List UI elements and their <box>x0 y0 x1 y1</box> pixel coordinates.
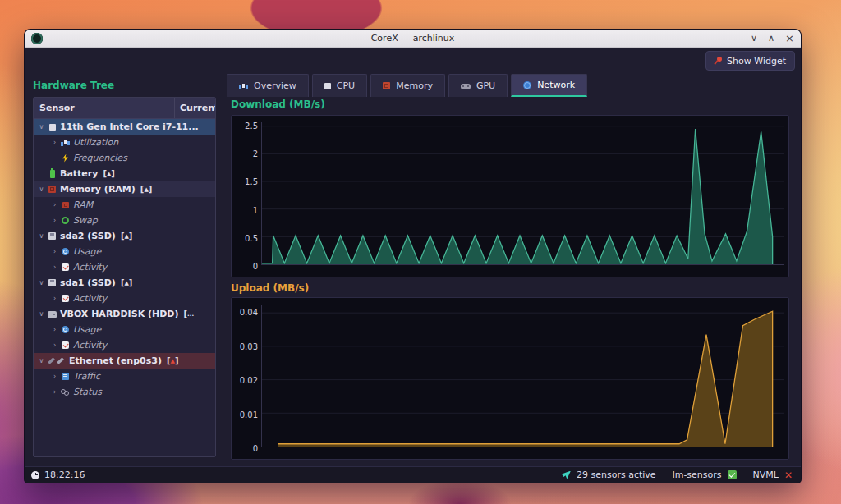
tab-gpu[interactable]: GPU <box>448 74 508 97</box>
y-axis-tick-label: 0.01 <box>233 410 258 419</box>
tree-row-label: Usage <box>73 246 101 257</box>
chevron-right-icon[interactable]: › <box>50 248 59 255</box>
target-icon <box>62 248 69 255</box>
show-widget-button[interactable]: Show Widget <box>705 51 795 71</box>
titlebar[interactable]: CoreX — archlinux ∨ ∧ × <box>25 30 801 48</box>
window-content: Show Widget Hardware Tree Sensor Current… <box>25 48 801 466</box>
chevron-right-icon[interactable]: › <box>50 295 59 302</box>
tab-label: CPU <box>337 80 355 91</box>
y-axis-tick-label: 1.5 <box>233 177 258 186</box>
tree-row-label: Battery <box>60 168 98 179</box>
chevron-down-icon[interactable]: ∨ <box>37 123 46 131</box>
tree-row-label: sda2 (SSD) <box>60 231 116 241</box>
alert-badge: [▲] <box>103 169 115 178</box>
memtab-icon <box>383 82 390 89</box>
tree-row-label: sda1 (SSD) <box>60 277 116 288</box>
tree-row-label: RAM <box>73 199 93 210</box>
chevron-down-icon[interactable]: ∨ <box>37 232 46 240</box>
column-header-sensor[interactable]: Sensor <box>34 98 174 118</box>
tree-header: Sensor Current <box>34 98 215 119</box>
tree-row-status[interactable]: ›Status <box>34 384 215 400</box>
tree-row-label: Activity <box>73 262 107 273</box>
status-time: 18:22:16 <box>44 470 85 480</box>
tree-row-usage[interactable]: ›Usage <box>34 244 215 259</box>
tree-row-activity[interactable]: ›Activity <box>34 259 215 275</box>
chevron-right-icon[interactable]: › <box>50 341 59 349</box>
chevron-right-icon[interactable]: › <box>50 388 59 396</box>
chevron-right-icon[interactable]: › <box>50 373 59 380</box>
tab-cpu[interactable]: CPU <box>312 74 367 97</box>
tree-row-11th-gen-intel-core-i7-11[interactable]: ∨11th Gen Intel Core i7-11... <box>34 119 215 135</box>
upload-chart-svg <box>262 305 784 447</box>
y-axis-tick-label: 0.02 <box>233 376 258 385</box>
download-plot-area <box>261 122 784 265</box>
tree-row-memory-ram[interactable]: ∨Memory (RAM)[▲] <box>34 181 215 197</box>
hardware-tree-title: Hardware Tree <box>33 80 114 91</box>
tree-row-frequencies[interactable]: Frequencies <box>34 150 215 166</box>
maximize-button[interactable]: ∧ <box>768 30 774 48</box>
lm-sensors-ok-icon <box>728 470 737 479</box>
lm-sensors-label: lm-sensors <box>673 470 722 480</box>
tree-row-sda1-ssd[interactable]: ∨sda1 (SSD)[▲] <box>34 275 215 291</box>
chevron-down-icon[interactable]: ∨ <box>37 279 46 286</box>
chevron-right-icon[interactable]: › <box>50 217 59 224</box>
tree-row-label: Usage <box>73 324 101 335</box>
tree-row-traffic[interactable]: ›Traffic <box>34 369 215 384</box>
tree-row-utilization[interactable]: ›Utilization <box>34 135 215 150</box>
upload-chart-title: Upload (MB/s) <box>231 282 309 294</box>
chevron-down-icon[interactable]: ∨ <box>37 357 46 364</box>
chevron-down-icon[interactable]: ∨ <box>37 310 46 318</box>
sensors-active-text: 29 sensors active <box>577 470 656 480</box>
tree-row-vbox-harddisk-hdd[interactable]: ∨VBOX HARDDISK (HDD)[... <box>34 306 215 322</box>
tree-row-label: Frequencies <box>73 153 127 163</box>
column-header-current[interactable]: Current <box>174 98 215 118</box>
target-icon <box>62 326 69 333</box>
activity-icon <box>62 295 69 302</box>
globe-icon <box>523 81 531 89</box>
chevron-right-icon[interactable]: › <box>50 263 59 271</box>
memgrid-icon <box>48 186 56 193</box>
tab-bar: OverviewCPUMemoryGPUNetwork <box>227 74 587 97</box>
tree-row-activity[interactable]: ›Activity <box>34 291 215 306</box>
chevron-right-icon[interactable]: › <box>50 139 59 146</box>
tree-row-battery[interactable]: Battery[▲] <box>34 166 215 181</box>
tree-row-label: Ethernet (enp0s3) <box>69 355 162 366</box>
y-axis-tick-label: 0 <box>233 262 258 271</box>
download-chart-title: Download (MB/s) <box>231 99 325 110</box>
minimize-button[interactable]: ∨ <box>751 30 757 48</box>
download-chart: 00.511.522.5 <box>231 115 789 277</box>
tab-overview[interactable]: Overview <box>227 74 309 97</box>
ram-icon <box>62 202 69 208</box>
tree-row-label: Status <box>73 387 102 397</box>
close-button[interactable]: × <box>785 30 794 48</box>
tab-memory[interactable]: Memory <box>370 74 445 97</box>
hardware-tree-panel: Sensor Current ∨11th Gen Intel Core i7-1… <box>33 97 216 457</box>
tree-row-label: Swap <box>73 215 98 226</box>
tree-row-usage[interactable]: ›Usage <box>34 322 215 337</box>
y-axis-tick-label: 0.03 <box>233 342 258 351</box>
y-axis-tick-label: 0.04 <box>233 308 258 317</box>
bars-icon <box>239 82 248 89</box>
download-chart-svg <box>262 122 784 264</box>
app-window: CoreX — archlinux ∨ ∧ × Show Widget Hard… <box>25 30 801 483</box>
gpu-icon <box>461 84 471 89</box>
sensor-icon <box>562 471 571 479</box>
tree-row-swap[interactable]: ›Swap <box>34 213 215 228</box>
tree-row-sda2-ssd[interactable]: ∨sda2 (SSD)[▲] <box>34 228 215 244</box>
tree-row-ethernet-enp0s3[interactable]: ∨Ethernet (enp0s3)[▲] <box>34 353 215 369</box>
link-icon <box>61 388 70 396</box>
tab-label: GPU <box>476 80 495 91</box>
tree-row-label: VBOX HARDDISK (HDD) <box>60 309 179 319</box>
tree-row-activity[interactable]: ›Activity <box>34 337 215 353</box>
tree-row-ram[interactable]: ›RAM <box>34 197 215 213</box>
tab-network[interactable]: Network <box>511 74 587 97</box>
tree-body: ∨11th Gen Intel Core i7-11...›Utilizatio… <box>34 119 215 456</box>
upload-plot-area <box>261 305 784 447</box>
y-axis-tick-label: 0 <box>233 444 258 453</box>
chevron-down-icon[interactable]: ∨ <box>37 186 46 193</box>
chevron-right-icon[interactable]: › <box>50 326 59 333</box>
cpu-icon <box>324 83 331 89</box>
cpu-icon <box>49 124 56 131</box>
status-bar: 18:22:16 29 sensors active lm-sensors NV… <box>25 466 801 483</box>
chevron-right-icon[interactable]: › <box>50 201 59 208</box>
